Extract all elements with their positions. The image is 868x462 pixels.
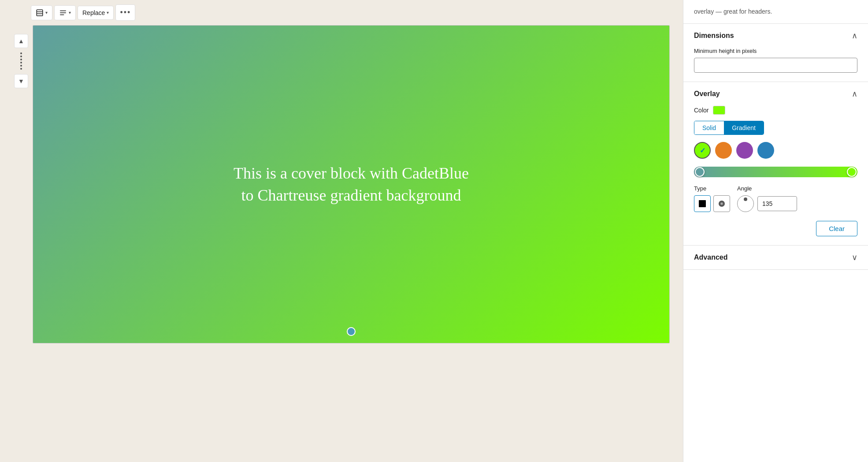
type-group: Type xyxy=(694,185,730,212)
chevron-up-icon: ▲ xyxy=(18,37,24,45)
type-angle-row: Type xyxy=(694,185,857,212)
cover-block-icon xyxy=(36,9,44,17)
radial-gradient-icon xyxy=(717,199,726,208)
angle-dial[interactable] xyxy=(737,195,754,212)
dimensions-title: Dimensions xyxy=(694,32,734,40)
resize-handle[interactable] xyxy=(347,327,356,336)
angle-number-input[interactable] xyxy=(757,196,797,211)
block-toolbar: ▾ ▾ Replace ▾ ••• xyxy=(0,0,683,25)
drag-handle[interactable] xyxy=(20,52,22,70)
svg-rect-0 xyxy=(37,10,43,16)
gradient-thumb-end[interactable] xyxy=(847,167,857,177)
block-type-button[interactable]: ▾ xyxy=(31,5,52,20)
angle-input-wrap xyxy=(737,195,797,212)
svg-rect-6 xyxy=(699,200,706,207)
align-button[interactable]: ▾ xyxy=(54,5,76,20)
swatch-blue[interactable] xyxy=(757,142,774,159)
gradient-slider-wrap xyxy=(694,167,857,177)
min-height-label: Minimum height in pixels xyxy=(694,48,857,54)
dimensions-body: Minimum height in pixels xyxy=(683,48,868,82)
clear-btn-row: Clear xyxy=(694,221,857,236)
replace-chevron: ▾ xyxy=(107,10,109,15)
color-row: Color xyxy=(694,106,857,115)
move-down-button[interactable]: ▼ xyxy=(14,74,28,88)
gradient-thumb-start[interactable] xyxy=(695,167,705,177)
type-buttons xyxy=(694,195,730,212)
advanced-collapse-icon: ∨ xyxy=(852,253,857,262)
swatch-orange[interactable] xyxy=(715,142,732,159)
chevron-down-icon: ▼ xyxy=(18,78,24,85)
solid-tab[interactable]: Solid xyxy=(694,121,724,134)
overlay-section: Overlay ∧ Color Solid Gradient ✓ xyxy=(683,82,868,246)
gradient-slider-track[interactable] xyxy=(694,167,857,177)
cover-wrapper: ▲ ▼ This is a cover block with CadetBlue… xyxy=(0,25,683,343)
sidebar: overlay — great for headers. Dimensions … xyxy=(683,0,868,462)
move-up-button[interactable]: ▲ xyxy=(14,34,28,48)
more-options-button[interactable]: ••• xyxy=(115,4,135,21)
dimensions-header[interactable]: Dimensions ∧ xyxy=(683,24,868,48)
dimensions-section: Dimensions ∧ Minimum height in pixels xyxy=(683,24,868,82)
linear-gradient-icon xyxy=(698,199,707,208)
swatch-purple[interactable] xyxy=(736,142,753,159)
advanced-title: Advanced xyxy=(694,253,727,261)
swatch-green[interactable]: ✓ xyxy=(694,142,711,159)
side-controls: ▲ ▼ xyxy=(13,25,29,88)
clear-button[interactable]: Clear xyxy=(816,221,857,236)
gradient-tab[interactable]: Gradient xyxy=(724,121,764,134)
type-label: Type xyxy=(694,185,730,192)
dimensions-collapse-icon: ∧ xyxy=(852,31,857,41)
swatches-row: ✓ xyxy=(694,142,857,159)
cover-background: This is a cover block with CadetBlue to … xyxy=(33,26,669,343)
angle-label: Angle xyxy=(737,185,797,192)
advanced-section: Advanced ∨ xyxy=(683,246,868,270)
advanced-header[interactable]: Advanced ∨ xyxy=(683,246,868,269)
selected-checkmark: ✓ xyxy=(700,146,705,155)
ellipsis-icon: ••• xyxy=(120,8,131,17)
align-icon xyxy=(59,9,67,17)
block-type-chevron: ▾ xyxy=(45,10,48,15)
linear-gradient-button[interactable] xyxy=(694,195,711,212)
sidebar-description: overlay — great for headers. xyxy=(683,0,868,24)
overlay-title: Overlay xyxy=(694,90,720,98)
angle-group: Angle xyxy=(737,185,797,212)
overlay-body: Color Solid Gradient ✓ xyxy=(683,106,868,245)
replace-button[interactable]: Replace ▾ xyxy=(78,6,114,20)
cover-block[interactable]: This is a cover block with CadetBlue to … xyxy=(33,25,670,343)
svg-point-9 xyxy=(721,203,722,204)
min-height-input[interactable] xyxy=(694,58,857,73)
align-chevron: ▾ xyxy=(69,10,71,15)
radial-gradient-button[interactable] xyxy=(713,195,730,212)
overlay-header[interactable]: Overlay ∧ xyxy=(683,82,868,106)
color-label: Color xyxy=(694,107,708,114)
color-swatch[interactable] xyxy=(713,106,725,115)
overlay-collapse-icon: ∧ xyxy=(852,89,857,99)
cover-text[interactable]: This is a cover block with CadetBlue to … xyxy=(219,153,483,216)
solid-gradient-toggle: Solid Gradient xyxy=(694,121,764,135)
angle-dial-indicator xyxy=(744,197,747,201)
